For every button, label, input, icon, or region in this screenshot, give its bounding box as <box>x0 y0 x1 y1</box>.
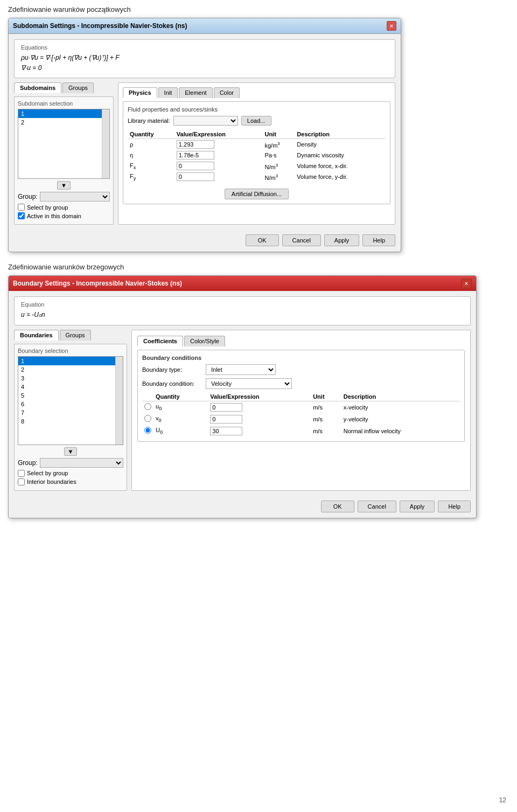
subdomain-selection-list[interactable]: 1 2 <box>18 109 110 179</box>
help-button-1[interactable]: Help <box>362 234 395 246</box>
desc-U0: Normal inflow velocity <box>341 425 460 437</box>
col-radio-empty <box>142 392 153 401</box>
group-label-2: Group: <box>18 459 38 467</box>
table-row: ρ kg/m3 Density <box>128 139 386 150</box>
equation2: u = -U₀n <box>21 310 464 320</box>
val-rho[interactable] <box>174 139 263 150</box>
cancel-button-2[interactable]: Cancel <box>358 501 396 512</box>
dialog1-title: Subdomain Settings - Incompressible Navi… <box>13 22 187 30</box>
group-select[interactable] <box>40 192 110 202</box>
dialog2-titlebar: Boundary Settings - Incompressible Navie… <box>9 276 476 291</box>
tab-subdomains[interactable]: Subdomains <box>14 82 61 93</box>
qty-u0: u0 <box>153 401 208 413</box>
list-item[interactable]: 1 <box>18 109 109 118</box>
desc-eta: Dynamic viscosity <box>295 150 386 161</box>
tab-physics[interactable]: Physics <box>123 87 157 98</box>
boundary-selection-label: Boundary selection <box>18 348 123 354</box>
apply-button-1[interactable]: Apply <box>324 234 360 246</box>
equation-2: ∇·u = 0 <box>21 63 388 73</box>
list-item[interactable]: 8 <box>18 417 123 426</box>
boundary-conditions-label: Boundary conditions <box>142 355 460 361</box>
artificial-diffusion-btn[interactable]: Artificial Diffusion... <box>225 189 289 199</box>
group-label: Group: <box>18 193 38 200</box>
apply-button-2[interactable]: Apply <box>400 501 435 512</box>
val-v0[interactable] <box>208 413 311 425</box>
table-row: v0 m/s y-velocity <box>142 413 460 425</box>
page-heading-2: Zdefiniowanie warunków brzegowych <box>8 263 509 271</box>
val-eta[interactable] <box>174 150 263 161</box>
boundary-condition-select[interactable]: Velocity <box>206 378 292 389</box>
equation-1: ρu·∇u = ∇·[-pI + η(∇u + (∇u)ᵀ)] + F <box>21 53 388 63</box>
boundary-condition-label: Boundary condition: <box>142 380 201 387</box>
boundary-settings-dialog: Boundary Settings - Incompressible Navie… <box>8 275 477 518</box>
list-item[interactable]: 2 <box>18 365 123 374</box>
col-unit: Unit <box>262 130 295 139</box>
list-item[interactable]: 5 <box>18 391 123 400</box>
select-by-group-label-2: Select by group <box>27 470 68 476</box>
tab-groups-1[interactable]: Groups <box>62 82 94 93</box>
table-row: Fy N/m3 Volume force, y-dir. <box>128 171 386 182</box>
subdomain-selection-label: Subdomain selection <box>18 100 110 107</box>
unit-rho: kg/m3 <box>262 139 295 150</box>
list-item[interactable]: 1 <box>18 357 123 365</box>
val-u0[interactable] <box>208 401 311 413</box>
list-item[interactable]: 3 <box>18 374 123 383</box>
tab-boundaries[interactable]: Boundaries <box>14 330 59 341</box>
desc-v0: y-velocity <box>341 413 460 425</box>
dialog1-close-btn[interactable]: × <box>387 21 396 31</box>
radio-U0[interactable] <box>144 427 151 434</box>
active-in-domain-label: Active in this domain <box>27 213 81 219</box>
select-by-group-checkbox-2[interactable] <box>18 470 25 477</box>
dialog2-title: Boundary Settings - Incompressible Navie… <box>13 280 182 287</box>
fluid-props-label: Fluid properties and sources/sinks <box>128 106 386 113</box>
desc-fx: Volume force, x-dir. <box>295 161 386 171</box>
tab-color[interactable]: Color <box>214 87 240 98</box>
list-scroll-down[interactable]: ▼ <box>57 181 71 190</box>
group-select-2[interactable] <box>40 458 123 468</box>
active-in-domain-checkbox[interactable] <box>18 212 25 219</box>
list-item[interactable]: 7 <box>18 408 123 417</box>
tab-init[interactable]: Init <box>158 87 178 98</box>
qty-fy: Fy <box>128 171 174 182</box>
boundary-type-select[interactable]: Inlet <box>206 364 276 375</box>
radio-u0[interactable] <box>144 403 151 410</box>
help-button-2[interactable]: Help <box>438 501 471 512</box>
val-fx[interactable] <box>174 161 263 171</box>
desc-rho: Density <box>295 139 386 150</box>
qty-v0: v0 <box>153 413 208 425</box>
library-material-select[interactable] <box>173 116 238 126</box>
load-button[interactable]: Load... <box>241 116 271 126</box>
dialog1-footer: OK Cancel Apply Help <box>9 230 401 252</box>
ok-button-1[interactable]: OK <box>246 234 279 246</box>
radio-v0[interactable] <box>144 415 151 422</box>
table-row: Fx N/m3 Volume force, x-dir. <box>128 161 386 171</box>
col-quantity: Quantity <box>128 130 174 139</box>
desc-u0: x-velocity <box>341 401 460 413</box>
list-item[interactable]: 4 <box>18 383 123 391</box>
val-fy[interactable] <box>174 171 263 182</box>
interior-boundaries-checkbox[interactable] <box>18 478 25 485</box>
tab-coefficients[interactable]: Coefficients <box>137 336 183 346</box>
select-by-group-checkbox[interactable] <box>18 204 25 211</box>
col-desc: Description <box>295 130 386 139</box>
qty-U0: U0 <box>153 425 208 437</box>
dialog2-close-btn[interactable]: × <box>461 279 472 288</box>
boundary-selection-list[interactable]: 1 2 3 4 5 6 7 8 <box>18 356 123 445</box>
list-item[interactable]: 6 <box>18 400 123 408</box>
col-unit-2: Unit <box>311 392 341 401</box>
tab-element[interactable]: Element <box>179 87 212 98</box>
ok-button-2[interactable]: OK <box>321 501 354 512</box>
list-item[interactable]: 2 <box>18 118 109 127</box>
tab-color-style[interactable]: Color/Style <box>184 336 225 346</box>
equation2-label: Equation <box>21 301 464 308</box>
equations-section: Equations ρu·∇u = ∇·[-pI + η(∇u + (∇u)ᵀ)… <box>14 39 395 78</box>
tab-groups-2[interactable]: Groups <box>60 330 91 341</box>
val-U0[interactable] <box>208 425 311 437</box>
table-row: U0 m/s Normal inflow velocity <box>142 425 460 437</box>
col-desc-2: Description <box>341 392 460 401</box>
list-scroll-down-2[interactable]: ▼ <box>64 447 78 456</box>
unit-u0: m/s <box>311 401 341 413</box>
cancel-button-1[interactable]: Cancel <box>282 234 321 246</box>
unit-fx: N/m3 <box>262 161 295 171</box>
col-value: Value/Expression <box>174 130 263 139</box>
